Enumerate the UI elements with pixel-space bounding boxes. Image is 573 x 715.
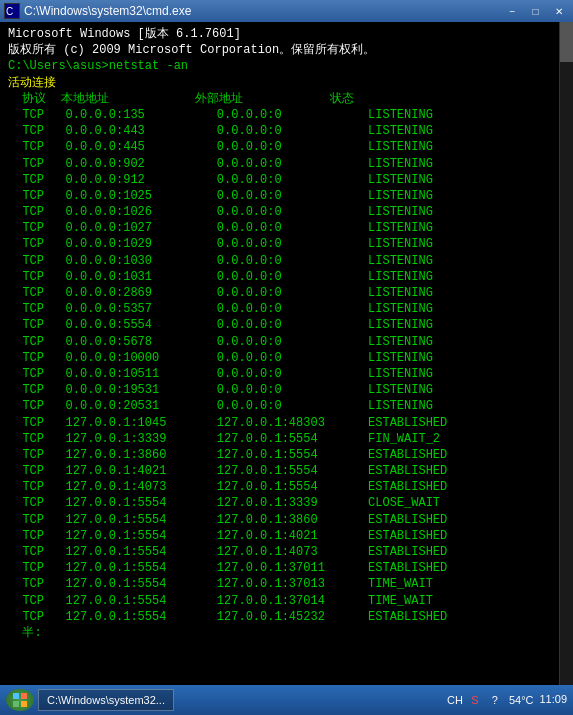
terminal-line: 半: xyxy=(8,625,565,641)
terminal-line: 活动连接 xyxy=(8,75,565,91)
maximize-button[interactable]: □ xyxy=(525,3,546,19)
title-bar-left: C C:\Windows\system32\cmd.exe xyxy=(4,3,191,19)
terminal-line: TCP 127.0.0.1:5554 127.0.0.1:37011 ESTAB… xyxy=(8,560,565,576)
terminal-line: TCP 127.0.0.1:1045 127.0.0.1:48303 ESTAB… xyxy=(8,415,565,431)
cmd-icon: C xyxy=(4,3,20,19)
scrollbar-thumb[interactable] xyxy=(560,22,573,62)
terminal-line: TCP 0.0.0.0:5678 0.0.0.0:0 LISTENING xyxy=(8,334,565,350)
taskbar-right: CH S ? 54°C 11:09 xyxy=(447,692,567,708)
terminal-line: TCP 0.0.0.0:10000 0.0.0.0:0 LISTENING xyxy=(8,350,565,366)
question-icon: ? xyxy=(487,692,503,708)
taskbar-left: C:\Windows\system32... xyxy=(6,689,174,711)
terminal-line: TCP 0.0.0.0:1031 0.0.0.0:0 LISTENING xyxy=(8,269,565,285)
terminal-line: 版权所有 (c) 2009 Microsoft Corporation。保留所有… xyxy=(8,42,565,58)
active-app-button[interactable]: C:\Windows\system32... xyxy=(38,689,174,711)
svg-rect-4 xyxy=(13,701,19,707)
svg-rect-2 xyxy=(13,693,19,699)
terminal-line: TCP 0.0.0.0:10511 0.0.0.0:0 LISTENING xyxy=(8,366,565,382)
terminal-line: TCP 0.0.0.0:20531 0.0.0.0:0 LISTENING xyxy=(8,398,565,414)
antivirus-icon: S xyxy=(467,692,483,708)
terminal-line: TCP 0.0.0.0:1025 0.0.0.0:0 LISTENING xyxy=(8,188,565,204)
window-controls: − □ ✕ xyxy=(502,3,569,19)
terminal-line: TCP 127.0.0.1:5554 127.0.0.1:37014 TIME_… xyxy=(8,593,565,609)
terminal-line: TCP 0.0.0.0:902 0.0.0.0:0 LISTENING xyxy=(8,156,565,172)
terminal-line: TCP 0.0.0.0:5554 0.0.0.0:0 LISTENING xyxy=(8,317,565,333)
terminal-line: TCP 127.0.0.1:5554 127.0.0.1:45232 ESTAB… xyxy=(8,609,565,625)
title-bar: C C:\Windows\system32\cmd.exe − □ ✕ xyxy=(0,0,573,22)
terminal-line: TCP 127.0.0.1:5554 127.0.0.1:4021 ESTABL… xyxy=(8,528,565,544)
scrollbar[interactable] xyxy=(559,22,573,685)
svg-rect-5 xyxy=(21,701,27,707)
terminal-line: TCP 0.0.0.0:5357 0.0.0.0:0 LISTENING xyxy=(8,301,565,317)
terminal-line: TCP 127.0.0.1:3860 127.0.0.1:5554 ESTABL… xyxy=(8,447,565,463)
terminal-line: TCP 0.0.0.0:443 0.0.0.0:0 LISTENING xyxy=(8,123,565,139)
terminal-line: TCP 0.0.0.0:1029 0.0.0.0:0 LISTENING xyxy=(8,236,565,252)
terminal-line: C:\Users\asus>netstat -an xyxy=(8,58,565,74)
terminal-line: TCP 0.0.0.0:135 0.0.0.0:0 LISTENING xyxy=(8,107,565,123)
clock-time: 11:09 xyxy=(539,693,567,706)
terminal-line: TCP 127.0.0.1:5554 127.0.0.1:3339 CLOSE_… xyxy=(8,495,565,511)
terminal-line: 协议 本地地址 外部地址 状态 xyxy=(8,91,565,107)
system-clock: 11:09 xyxy=(539,693,567,706)
ch-indicator: CH xyxy=(447,692,463,708)
svg-rect-3 xyxy=(21,693,27,699)
terminal-line: TCP 127.0.0.1:4073 127.0.0.1:5554 ESTABL… xyxy=(8,479,565,495)
terminal-line: TCP 127.0.0.1:5554 127.0.0.1:4073 ESTABL… xyxy=(8,544,565,560)
terminal-line: TCP 127.0.0.1:5554 127.0.0.1:37013 TIME_… xyxy=(8,576,565,592)
terminal-line: TCP 0.0.0.0:1026 0.0.0.0:0 LISTENING xyxy=(8,204,565,220)
terminal-line: TCP 0.0.0.0:445 0.0.0.0:0 LISTENING xyxy=(8,139,565,155)
temperature-display: 54°C xyxy=(509,694,534,706)
close-button[interactable]: ✕ xyxy=(548,3,569,19)
active-app-label: C:\Windows\system32... xyxy=(47,694,165,706)
svg-text:C: C xyxy=(6,6,13,17)
tray-icons: CH S ? xyxy=(447,692,503,708)
start-button[interactable] xyxy=(6,689,34,711)
terminal-line: Microsoft Windows [版本 6.1.7601] xyxy=(8,26,565,42)
terminal-line: TCP 0.0.0.0:1027 0.0.0.0:0 LISTENING xyxy=(8,220,565,236)
terminal-window[interactable]: Microsoft Windows [版本 6.1.7601]版权所有 (c) … xyxy=(0,22,573,685)
terminal-line: TCP 0.0.0.0:912 0.0.0.0:0 LISTENING xyxy=(8,172,565,188)
minimize-button[interactable]: − xyxy=(502,3,523,19)
terminal-line: TCP 127.0.0.1:5554 127.0.0.1:3860 ESTABL… xyxy=(8,512,565,528)
terminal-line: TCP 0.0.0.0:19531 0.0.0.0:0 LISTENING xyxy=(8,382,565,398)
terminal-line: TCP 0.0.0.0:1030 0.0.0.0:0 LISTENING xyxy=(8,253,565,269)
terminal-line: TCP 0.0.0.0:2869 0.0.0.0:0 LISTENING xyxy=(8,285,565,301)
terminal-line: TCP 127.0.0.1:4021 127.0.0.1:5554 ESTABL… xyxy=(8,463,565,479)
terminal-line: TCP 127.0.0.1:3339 127.0.0.1:5554 FIN_WA… xyxy=(8,431,565,447)
taskbar: C:\Windows\system32... CH S ? 54°C 11:09 xyxy=(0,685,573,715)
window-title: C:\Windows\system32\cmd.exe xyxy=(24,4,191,18)
